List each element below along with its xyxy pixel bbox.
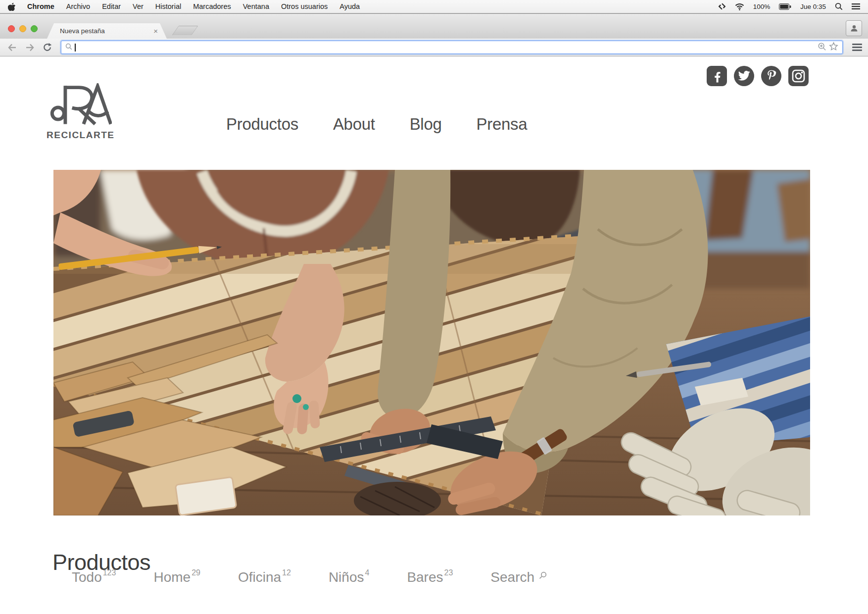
nav-productos[interactable]: Productos xyxy=(226,115,298,134)
hero-image xyxy=(53,170,810,515)
filter-count: 4 xyxy=(365,568,369,577)
spotlight-search-icon[interactable] xyxy=(835,2,843,10)
close-window-button[interactable] xyxy=(8,25,15,32)
battery-icon[interactable] xyxy=(779,3,791,10)
menu-archivo[interactable]: Archivo xyxy=(66,2,90,10)
web-page: RECICLARTE Productos About Blog Prensa xyxy=(0,56,868,614)
clock-label[interactable]: Jue 0:35 xyxy=(800,3,826,10)
filter-oficina[interactable]: Oficina12 xyxy=(238,569,291,585)
reload-button[interactable] xyxy=(41,41,53,54)
site-logo[interactable]: RECICLARTE xyxy=(43,83,114,141)
notification-center-icon[interactable] xyxy=(852,3,860,10)
menu-marcadores[interactable]: Marcadores xyxy=(193,2,231,10)
forward-button[interactable] xyxy=(23,41,36,54)
filter-count: 23 xyxy=(444,568,453,577)
browser-toolbar xyxy=(0,39,868,56)
nav-about[interactable]: About xyxy=(333,115,375,134)
battery-percent-label: 100% xyxy=(753,3,771,10)
filter-count: 29 xyxy=(192,568,200,577)
menu-ventana[interactable]: Ventana xyxy=(243,2,269,10)
filter-home[interactable]: Home29 xyxy=(153,569,200,585)
nav-prensa[interactable]: Prensa xyxy=(477,115,528,134)
menu-otros-usuarios[interactable]: Otros usuarios xyxy=(281,2,328,10)
chrome-menu-icon[interactable] xyxy=(852,44,862,51)
wifi-icon[interactable] xyxy=(735,3,744,10)
omnibox-search-icon xyxy=(65,43,72,52)
filter-search[interactable]: Search xyxy=(490,569,547,585)
address-bar[interactable] xyxy=(61,41,843,54)
profile-button[interactable] xyxy=(846,20,862,36)
nav-blog[interactable]: Blog xyxy=(410,115,442,134)
facebook-icon[interactable] xyxy=(707,66,727,86)
instagram-icon[interactable] xyxy=(788,66,809,86)
reciclarte-monogram-icon xyxy=(43,83,112,126)
logo-text: RECICLARTE xyxy=(47,130,114,141)
tab-title: Nueva pestaña xyxy=(47,27,153,35)
text-cursor xyxy=(75,44,76,51)
new-tab-button[interactable] xyxy=(172,26,198,35)
main-navigation: Productos About Blog Prensa xyxy=(226,115,527,134)
back-button[interactable] xyxy=(6,41,19,54)
menu-ver[interactable]: Ver xyxy=(133,2,144,10)
browser-tab-strip: Nueva pestaña × xyxy=(0,13,868,39)
zoom-window-button[interactable] xyxy=(31,25,38,32)
person-icon xyxy=(850,24,858,32)
menu-extra-hooks-icon[interactable] xyxy=(718,2,726,10)
social-links xyxy=(707,66,809,86)
product-filters: Todo123 Home29 Oficina12 Niños4 Bares23 … xyxy=(72,569,547,585)
menu-ayuda[interactable]: Ayuda xyxy=(339,2,360,10)
filter-count: 12 xyxy=(282,568,291,577)
apple-icon[interactable] xyxy=(8,2,15,11)
pinterest-icon[interactable] xyxy=(761,66,781,86)
macos-menu-bar: Chrome Archivo Editar Ver Historial Marc… xyxy=(0,0,868,13)
menu-editar[interactable]: Editar xyxy=(102,2,121,10)
filter-ninos[interactable]: Niños4 xyxy=(329,569,370,585)
search-icon xyxy=(538,571,547,580)
filter-count: 123 xyxy=(103,568,116,577)
window-controls xyxy=(8,25,38,32)
zoom-lens-icon[interactable] xyxy=(818,42,826,53)
tab-close-icon[interactable]: × xyxy=(153,27,167,35)
menu-historial[interactable]: Historial xyxy=(155,2,181,10)
twitter-icon[interactable] xyxy=(734,66,754,86)
bookmark-star-icon[interactable] xyxy=(829,42,838,53)
minimize-window-button[interactable] xyxy=(19,25,26,32)
filter-bares[interactable]: Bares23 xyxy=(407,569,453,585)
menu-chrome[interactable]: Chrome xyxy=(27,2,54,10)
filter-todo[interactable]: Todo123 xyxy=(72,569,116,585)
tab-nueva-pestana[interactable]: Nueva pestaña × xyxy=(47,23,167,39)
